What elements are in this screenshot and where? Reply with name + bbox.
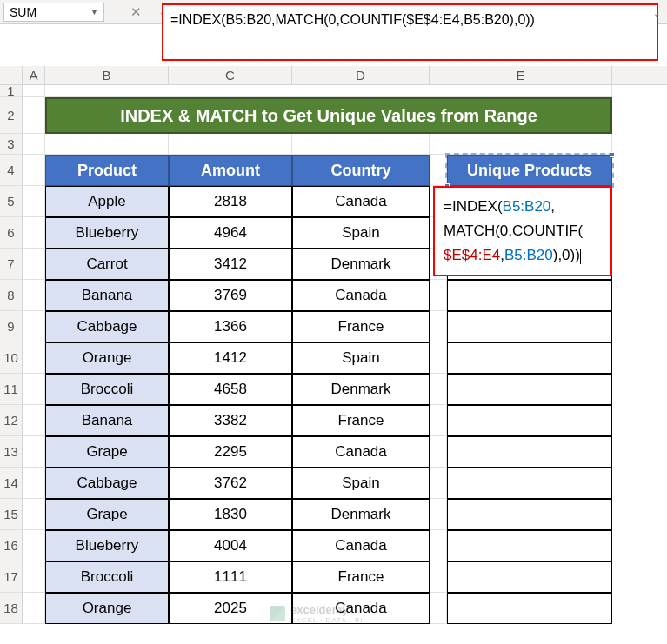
cell-amount[interactable]: 2818 <box>169 186 292 217</box>
cell[interactable] <box>23 561 45 593</box>
cell-country[interactable]: France <box>292 405 430 436</box>
cell-product[interactable]: Carrot <box>45 249 169 280</box>
cell-amount[interactable]: 3412 <box>169 249 292 280</box>
cell[interactable] <box>430 499 447 530</box>
cell-product[interactable]: Grape <box>45 436 169 468</box>
cell-product[interactable]: Banana <box>45 405 169 436</box>
cell-country[interactable]: Denmark <box>292 249 430 280</box>
cell[interactable] <box>430 405 447 436</box>
cell-amount[interactable]: 3762 <box>169 468 292 499</box>
cell[interactable] <box>23 280 45 311</box>
cell-product[interactable]: Broccoli <box>45 374 169 405</box>
row-header[interactable]: 14 <box>0 468 23 499</box>
chevron-down-icon[interactable]: ▼ <box>90 8 98 17</box>
cell-country[interactable]: Spain <box>292 217 430 249</box>
row-header[interactable]: 5 <box>0 186 23 217</box>
cell[interactable] <box>23 249 45 280</box>
row-header[interactable]: 13 <box>0 436 23 468</box>
cell-country[interactable]: Spain <box>292 342 430 374</box>
cell-unique[interactable] <box>447 499 612 530</box>
cell[interactable] <box>430 468 447 499</box>
row-header[interactable]: 8 <box>0 280 23 311</box>
cell[interactable] <box>430 593 447 624</box>
cell[interactable] <box>430 561 447 593</box>
cell[interactable] <box>23 499 45 530</box>
cell-unique[interactable] <box>447 436 612 468</box>
cancel-icon[interactable]: ✕ <box>130 4 142 20</box>
cell-country[interactable]: Denmark <box>292 499 430 530</box>
cell-product[interactable]: Blueberry <box>45 217 169 249</box>
cell-amount[interactable]: 1366 <box>169 311 292 342</box>
cell[interactable] <box>23 217 45 249</box>
cell-unique[interactable] <box>447 374 612 405</box>
cell-amount[interactable]: 4658 <box>169 374 292 405</box>
col-header-e[interactable]: E <box>430 66 612 84</box>
cell[interactable] <box>23 311 45 342</box>
cell-product[interactable]: Banana <box>45 280 169 311</box>
cell[interactable] <box>23 593 45 624</box>
cell-amount[interactable]: 3382 <box>169 405 292 436</box>
cell-amount[interactable]: 4964 <box>169 217 292 249</box>
row-header[interactable]: 15 <box>0 499 23 530</box>
cell[interactable] <box>430 436 447 468</box>
cell-product[interactable]: Cabbage <box>45 468 169 499</box>
cell-product[interactable]: Apple <box>45 186 169 217</box>
cell[interactable] <box>45 134 169 155</box>
row-header[interactable]: 11 <box>0 374 23 405</box>
cell[interactable] <box>169 134 292 155</box>
cell-unique[interactable] <box>447 405 612 436</box>
cell[interactable] <box>45 85 612 97</box>
cell-amount[interactable]: 2295 <box>169 436 292 468</box>
cell-unique[interactable] <box>447 311 612 342</box>
row-header[interactable]: 1 <box>0 85 23 97</box>
cell[interactable] <box>23 155 45 186</box>
cell-amount[interactable]: 1830 <box>169 499 292 530</box>
cell-country[interactable]: Canada <box>292 186 430 217</box>
cell[interactable] <box>430 342 447 374</box>
row-header[interactable]: 17 <box>0 561 23 593</box>
cell-country[interactable]: Spain <box>292 468 430 499</box>
cell[interactable] <box>23 342 45 374</box>
cell-country[interactable]: Canada <box>292 280 430 311</box>
row-header[interactable]: 9 <box>0 311 23 342</box>
cell[interactable] <box>430 280 447 311</box>
cell[interactable] <box>23 436 45 468</box>
cell-product[interactable]: Blueberry <box>45 530 169 561</box>
cell[interactable] <box>23 97 45 134</box>
cell-country[interactable]: Canada <box>292 530 430 561</box>
cell[interactable] <box>23 186 45 217</box>
cell-product[interactable]: Orange <box>45 593 169 624</box>
cell-amount[interactable]: 3769 <box>169 280 292 311</box>
cell[interactable] <box>23 85 45 97</box>
cell-unique[interactable] <box>447 530 612 561</box>
cell[interactable] <box>430 530 447 561</box>
cell[interactable] <box>23 405 45 436</box>
select-all-corner[interactable] <box>0 66 23 84</box>
formula-bar[interactable]: =INDEX(B5:B20,MATCH(0,COUNTIF($E$4:E4,B5… <box>162 3 658 61</box>
cell[interactable] <box>430 311 447 342</box>
cell-amount[interactable]: 4004 <box>169 530 292 561</box>
cell-country[interactable]: France <box>292 561 430 593</box>
cell-product[interactable]: Orange <box>45 342 169 374</box>
name-box[interactable]: SUM ▼ <box>3 3 104 22</box>
col-header-c[interactable]: C <box>169 66 292 84</box>
cell[interactable] <box>292 134 430 155</box>
row-header[interactable]: 4 <box>0 155 23 186</box>
cell[interactable] <box>23 468 45 499</box>
cell-product[interactable]: Broccoli <box>45 561 169 593</box>
cell[interactable] <box>430 155 447 186</box>
cell-country[interactable]: Denmark <box>292 374 430 405</box>
selection-handle[interactable] <box>610 152 615 157</box>
row-header[interactable]: 18 <box>0 593 23 624</box>
cell-product[interactable]: Grape <box>45 499 169 530</box>
col-header-a[interactable]: A <box>23 66 45 84</box>
col-header-b[interactable]: B <box>45 66 169 84</box>
row-header[interactable]: 16 <box>0 530 23 561</box>
row-header[interactable]: 7 <box>0 249 23 280</box>
row-header[interactable]: 6 <box>0 217 23 249</box>
cell-amount[interactable]: 1412 <box>169 342 292 374</box>
cell-unique[interactable] <box>447 468 612 499</box>
row-header[interactable]: 10 <box>0 342 23 374</box>
cell[interactable] <box>23 374 45 405</box>
cell[interactable] <box>23 134 45 155</box>
